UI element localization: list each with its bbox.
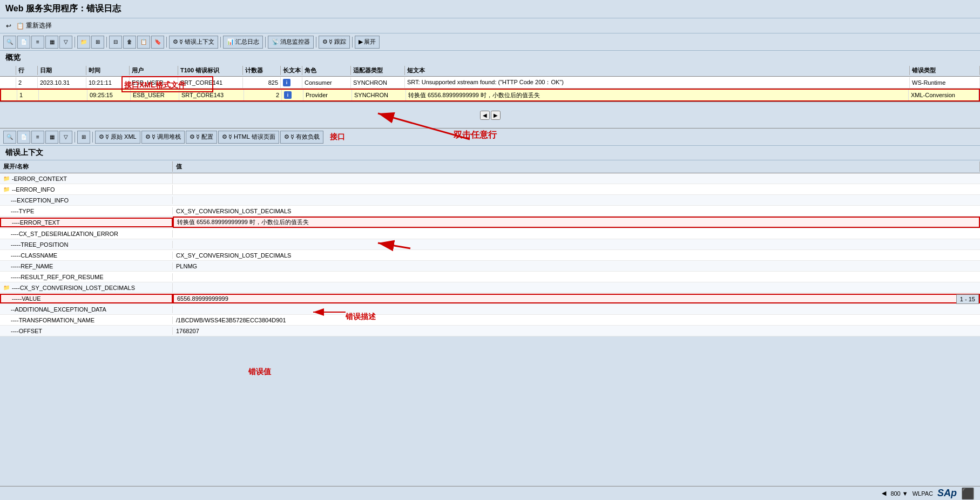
lower-btn-3[interactable]: ≡ [31,131,44,144]
tree-name-14: ----TRANSFORMATION_NAME [0,316,173,324]
splitter-area: ◀ ▶ 接口XML格式文件 [0,102,980,129]
original-xml-btn[interactable]: ⚙ ☿ 原始 XML [95,131,140,144]
toolbar-btn-2[interactable]: 📄 [17,36,30,49]
message-monitor-label: 消息监控器 [280,38,310,46]
col-header-user[interactable]: 用户 [130,66,178,75]
col-header-longtext[interactable]: 长文本 [281,66,302,75]
html-error-btn[interactable]: ⚙ ☿ HTML 错误页面 [218,131,279,144]
tree-row-2[interactable]: 📁--ERROR_INFO [0,184,980,195]
expand-icon: ▶ [359,38,363,45]
cell-rownum-1 [0,77,16,88]
lower-btn-2[interactable]: 📄 [17,131,30,144]
expand-btn[interactable]: ▶ 展开 [355,36,380,49]
tree-row-15: ----OFFSET 1768207 [0,326,980,336]
cell-counter-1: 825 [243,77,281,88]
table-row-selected[interactable]: 1 09:25:15 ESB_USER SRT_CORE143 2 i Prov… [0,89,980,102]
tree-col-value[interactable]: 值 [173,161,980,172]
col-header-counter[interactable]: 计数器 [243,66,281,75]
tree-value-7 [173,244,980,245]
toolbar-btn-delete[interactable]: 🗑 [123,36,136,49]
tree-name-10: -----RESULT_REF_FOR_RESUME [0,273,173,281]
call-stack-label: ☿ 调用堆栈 [152,133,181,141]
toolbar-btn-1[interactable]: 🔍 [3,36,16,49]
col-header-row[interactable]: 行 [16,66,38,75]
error-context-title: 错误上下文 [5,148,43,157]
sep4 [220,37,221,48]
col-header-adapter[interactable]: 适配器类型 [351,66,405,75]
toolbar-btn-filter[interactable]: ⊟ [109,36,122,49]
payload-btn[interactable]: ⚙ ☿ 有效负载 [280,131,323,144]
col-header-date[interactable]: 日期 [38,66,86,75]
cell-rownum-2 [1,90,17,100]
toolbar-btn-9[interactable]: 📋 [137,36,150,49]
col-header-role[interactable]: 角色 [302,66,351,75]
message-monitor-btn[interactable]: 📡 消息监控器 [268,36,314,49]
tree-row-8: -----CLASSNAME CX_SY_CONVERSION_LOST_DEC… [0,250,980,261]
cell-errtype-1: WS-Runtime [910,77,980,88]
table-body: 2 2023.10.31 10:21:11 ESB_USER SRT_CORE1… [0,77,980,102]
call-stack-btn[interactable]: ⚙ ☿ 调用堆栈 [141,131,185,144]
toolbar-btn-4[interactable]: ▦ [45,36,58,49]
tree-name-1: 📁-ERROR_CONTEXT [0,174,173,184]
tree-value-4: CX_SY_CONVERSION_LOST_DECIMALS [173,207,980,215]
col-header-time[interactable]: 时间 [86,66,130,75]
toolbar-btn-7[interactable]: ⊞ [91,36,104,49]
toolbar-btn-3[interactable]: ≡ [31,36,44,49]
lower-btn-1[interactable]: 🔍 [3,131,16,144]
tree-row-12: -----VALUE 6556.89999999999 [0,293,980,304]
tree-row-11[interactable]: 📁----CX_SY_CONVERSION_LOST_DECIMALS [0,282,980,293]
toolbar-btn-6[interactable]: 📁 [77,36,90,49]
tree-value-3 [173,200,980,201]
tree-row-7: -----TREE_POSITION [0,239,980,250]
reselect-label: 重新选择 [26,21,52,30]
cell-user-2: ESB_USER [131,90,179,100]
tree-name-15: ----OFFSET [0,327,173,335]
trace-icon: ⚙ [322,38,328,45]
col-header-shorttext[interactable]: 短文本 [405,66,910,75]
cell-longtext-1[interactable]: i [281,77,302,88]
menu-bar: ↩ 📋 重新选择 [0,18,980,33]
toolbar-btn-10[interactable]: 🔖 [151,36,164,49]
tree-row-9: -----REF_NAME PLNMG [0,261,980,272]
html-error-label: ☿ HTML 错误页面 [228,133,275,141]
config-btn[interactable]: ⚙ ☿ 配置 [186,131,217,144]
trace-btn[interactable]: ⚙ ☿ 跟踪 [319,36,350,49]
reselect-menu-item[interactable]: 📋 重新选择 [16,21,52,30]
splitter-down-btn[interactable]: ▶ [491,111,501,120]
config-label: ☿ 配置 [196,133,213,141]
wlpac-label: WLPAC [913,490,933,497]
tree-name-2: 📁--ERROR_INFO [0,185,173,194]
lower-btn-5[interactable]: ▽ [59,131,72,144]
tree-row-1[interactable]: 📁-ERROR_CONTEXT [0,173,980,184]
cell-role-1: Consumer [302,77,351,88]
nav-prev-btn[interactable]: ◀ [882,490,886,497]
splitter-up-btn[interactable]: ◀ [480,111,490,120]
cell-longtext-2[interactable]: i [282,90,303,100]
tree-row-5: ----ERROR_TEXT 转换值 6556.89999999999 时，小数… [0,217,980,228]
tree-value-8: CX_SY_CONVERSION_LOST_DECIMALS [173,252,980,259]
tree-col-name[interactable]: 展开/名称 [0,161,173,172]
error-context-icon: ⚙ [173,38,178,45]
tree-row-6: ----CX_ST_DESERIALIZATION_ERROR [0,228,980,239]
top-toolbar: 🔍 📄 ≡ ▦ ▽ 📁 ⊞ ⊟ 🗑 📋 🔖 ⚙ ☿ 错误上下文 📊 汇总日志 📡… [0,33,980,51]
back-icon[interactable]: ↩ [4,22,13,30]
summary-log-btn[interactable]: 📊 汇总日志 [223,36,263,49]
tree-name-3: ---EXCEPTION_INFO [0,197,173,204]
tree-name-7: -----TREE_POSITION [0,241,173,248]
html-error-icon: ⚙ [222,133,227,140]
folder-icon-2: 📁 [2,185,11,194]
col-header-t100[interactable]: T100 错误标识 [178,66,243,75]
col-header-errtype[interactable]: 错误类型 [910,66,980,75]
cell-errtype-2: XML-Conversion [909,90,979,100]
trace-label: ☿ 跟踪 [329,38,346,46]
tree-name-11: 📁----CX_SY_CONVERSION_LOST_DECIMALS [0,283,173,293]
table-row[interactable]: 2 2023.10.31 10:21:11 ESB_USER SRT_CORE1… [0,77,980,89]
toolbar-btn-5[interactable]: ▽ [59,36,72,49]
tree-name-4: ----TYPE [0,207,173,215]
error-context-btn[interactable]: ⚙ ☿ 错误上下文 [169,36,218,49]
sep3 [166,37,167,48]
cell-date-2 [39,90,87,100]
tree-value-error-text: 转换值 6556.89999999999 时，小数位后的值丢失 [173,217,980,228]
lower-btn-4[interactable]: ▦ [45,131,58,144]
lower-btn-6[interactable]: ⊞ [77,131,90,144]
